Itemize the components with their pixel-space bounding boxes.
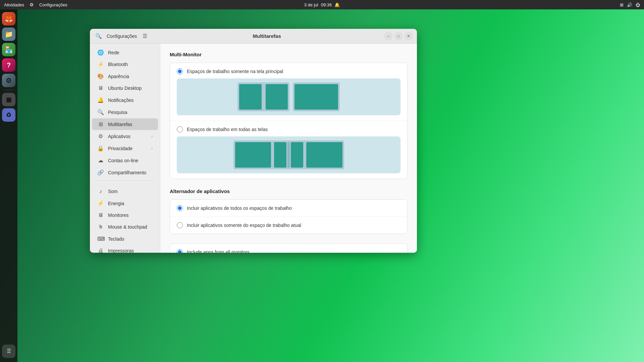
multitarefas-icon: ⊞ bbox=[97, 121, 104, 127]
sidebar-label-notificacoes: Notificações bbox=[108, 98, 133, 103]
sidebar-label-aplicativos: Aplicativos bbox=[108, 134, 130, 139]
dock-item-firefox[interactable]: 🦊 bbox=[2, 12, 15, 25]
grid-icon: ⠿ bbox=[7, 348, 11, 355]
altswitcher-card-group: Incluir aplicativos de todos os espaços … bbox=[170, 199, 408, 234]
dock-item-recycle[interactable]: ♻ bbox=[2, 108, 15, 122]
sidebar-item-mouse[interactable]: 🖱 Mouse & touchpad bbox=[92, 221, 158, 233]
sidebar-item-ubuntu-desktop[interactable]: 🖥 Ubuntu Desktop bbox=[92, 82, 158, 94]
dock-item-appstore[interactable]: 🏪 bbox=[2, 43, 15, 56]
titlebar-controls: – □ ✕ bbox=[384, 32, 413, 41]
compartilhamento-icon: 🔗 bbox=[97, 169, 104, 176]
dock-item-files[interactable]: 📁 bbox=[2, 27, 15, 41]
dock-divider bbox=[4, 90, 14, 90]
sidebar-item-rede[interactable]: 🌐 Rede bbox=[92, 47, 158, 58]
sidebar-item-aplicativos[interactable]: ⚙ Aplicativos › bbox=[92, 130, 158, 142]
menu-button[interactable]: ☰ bbox=[140, 32, 150, 41]
dock-item-settings[interactable]: ⚙ bbox=[2, 74, 15, 87]
topbar-left: Atividades ⚙ Configurações bbox=[4, 2, 67, 7]
sidebar-item-impressoras[interactable]: 🖨 Impressoras bbox=[92, 245, 158, 253]
radio-label-all-monitors: Include apps from all monitors bbox=[187, 249, 250, 253]
contas-icon: ☁ bbox=[97, 157, 104, 164]
sidebar-label-impressoras: Impressoras bbox=[108, 248, 134, 253]
radio-current-workspace[interactable] bbox=[177, 222, 183, 228]
radio-label-main-only: Espaços de trabalho somente na tela prin… bbox=[187, 69, 283, 74]
settings-label-topbar[interactable]: Configurações bbox=[39, 2, 67, 7]
bluetooth-icon: ⚡ bbox=[97, 61, 104, 67]
altswitcher-monitor-card-group: Include apps from all monitors Include a… bbox=[170, 243, 408, 253]
sidebar-label-compartilhamento: Compartilhamento bbox=[108, 170, 146, 175]
application-dock: 🦊 📁 🏪 ? ⚙ ▦ ♻ ⠿ bbox=[0, 9, 17, 362]
radio-label-all-workspaces: Incluir aplicativos de todos os espaços … bbox=[187, 205, 292, 211]
sidebar-item-pesquisa[interactable]: 🔍 Pesquisa bbox=[92, 106, 158, 118]
radio-card-main-only: Espaços de trabalho somente na tela prin… bbox=[170, 63, 407, 121]
sidebar-label-privacidade: Privacidade bbox=[108, 146, 132, 151]
sidebar-item-contas-online[interactable]: ☁ Contas on-line bbox=[92, 155, 158, 166]
window-title-center: Multitarefas bbox=[253, 33, 281, 39]
settings-icon-topbar: ⚙ bbox=[30, 2, 34, 7]
sidebar-item-teclado[interactable]: ⌨ Teclado bbox=[92, 233, 158, 245]
section-title-altswitcher: Alternador de aplicativos bbox=[170, 188, 408, 194]
dock-item-grid[interactable]: ⠿ bbox=[2, 345, 15, 358]
sidebar-label-rede: Rede bbox=[108, 50, 119, 55]
preview2-monitor-wide bbox=[233, 140, 344, 169]
search-button[interactable]: 🔍 bbox=[94, 32, 103, 41]
radio-row-all-workspaces: Incluir aplicativos de todos os espaços … bbox=[177, 205, 400, 211]
network-icon[interactable]: ⊞ bbox=[620, 2, 624, 7]
radio-row-main-only: Espaços de trabalho somente na tela prin… bbox=[177, 68, 400, 74]
sidebar-label-energia: Energia bbox=[108, 201, 124, 206]
teclado-icon: ⌨ bbox=[97, 236, 104, 242]
files-icon: 📁 bbox=[5, 30, 13, 38]
sidebar-item-bluetooth[interactable]: ⚡ Bluetooth bbox=[92, 59, 158, 70]
sidebar-item-energia[interactable]: ⚡ Energia bbox=[92, 197, 158, 209]
radio-label-all-screens: Espaços de trabalho em todas as telas bbox=[187, 127, 268, 132]
radio-all-workspaces[interactable] bbox=[177, 205, 183, 211]
impressoras-icon: 🖨 bbox=[97, 248, 104, 253]
sidebar-label-teclado: Teclado bbox=[108, 236, 124, 242]
sidebar-item-compartilhamento[interactable]: 🔗 Compartilhamento bbox=[92, 167, 158, 178]
radio-all-screens[interactable] bbox=[177, 126, 183, 132]
appstore-icon: 🏪 bbox=[5, 46, 13, 54]
sidebar-item-monitores[interactable]: 🖥 Monitores bbox=[92, 209, 158, 221]
dock-item-help[interactable]: ? bbox=[2, 58, 15, 72]
aplicativos-chevron-icon: › bbox=[151, 134, 153, 139]
maximize-button[interactable]: □ bbox=[394, 32, 403, 41]
multimonitor-card-group: Espaços de trabalho somente na tela prin… bbox=[170, 63, 408, 179]
sidebar-label-multitarefas: Multitarefas bbox=[108, 122, 132, 127]
topbar-date: 3 de jul bbox=[304, 2, 318, 7]
notification-icon[interactable]: 🔔 bbox=[334, 2, 340, 7]
privacidade-chevron-icon: › bbox=[151, 146, 153, 151]
radio-all-monitors[interactable] bbox=[177, 249, 183, 253]
recycle-icon: ♻ bbox=[6, 111, 11, 119]
titlebar-left: 🔍 Configurações ☰ bbox=[94, 32, 150, 41]
sidebar-item-notificacoes[interactable]: 🔔 Notificações bbox=[92, 94, 158, 106]
som-icon: ♪ bbox=[97, 188, 104, 194]
firefox-icon: 🦊 bbox=[5, 15, 13, 23]
minimize-button[interactable]: – bbox=[384, 32, 393, 41]
sidebar-item-aparencia[interactable]: 🎨 Aparência bbox=[92, 70, 158, 82]
radio-card-all-workspaces: Incluir aplicativos de todos os espaços … bbox=[170, 200, 407, 217]
volume-icon[interactable]: 🔊 bbox=[627, 2, 632, 7]
aplicativos-icon: ⚙ bbox=[97, 133, 104, 139]
preview1-monitor-left bbox=[237, 82, 289, 111]
sidebar-item-som[interactable]: ♪ Som bbox=[92, 186, 158, 197]
settings-icon: ⚙ bbox=[6, 76, 12, 84]
help-icon: ? bbox=[7, 61, 11, 69]
window-title-left: Configurações bbox=[107, 34, 137, 39]
sidebar-label-pesquisa: Pesquisa bbox=[108, 110, 127, 115]
topbar-right: ⊞ 🔊 ⏻ bbox=[620, 2, 640, 7]
radio-row-all-monitors: Include apps from all monitors bbox=[177, 249, 400, 253]
settings-window: 🔍 Configurações ☰ Multitarefas – □ ✕ 🌐 R… bbox=[90, 29, 417, 253]
window-body: 🌐 Rede ⚡ Bluetooth 🎨 Aparência 🖥 Ubuntu … bbox=[90, 44, 417, 253]
aparencia-icon: 🎨 bbox=[97, 73, 104, 79]
sidebar-item-multitarefas[interactable]: ⊞ Multitarefas bbox=[92, 118, 158, 130]
system-menu-icon[interactable]: ⏻ bbox=[636, 2, 640, 7]
close-button[interactable]: ✕ bbox=[404, 32, 413, 41]
dock-item-apps[interactable]: ▦ bbox=[2, 93, 15, 106]
activities-label[interactable]: Atividades bbox=[4, 2, 24, 7]
sidebar-label-aparencia: Aparência bbox=[108, 74, 129, 79]
radio-main-only[interactable] bbox=[177, 68, 183, 74]
notificacoes-icon: 🔔 bbox=[97, 97, 104, 103]
apps-icon: ▦ bbox=[6, 96, 12, 103]
sidebar-item-privacidade[interactable]: 🔒 Privacidade › bbox=[92, 142, 158, 154]
energia-icon: ⚡ bbox=[97, 200, 104, 206]
